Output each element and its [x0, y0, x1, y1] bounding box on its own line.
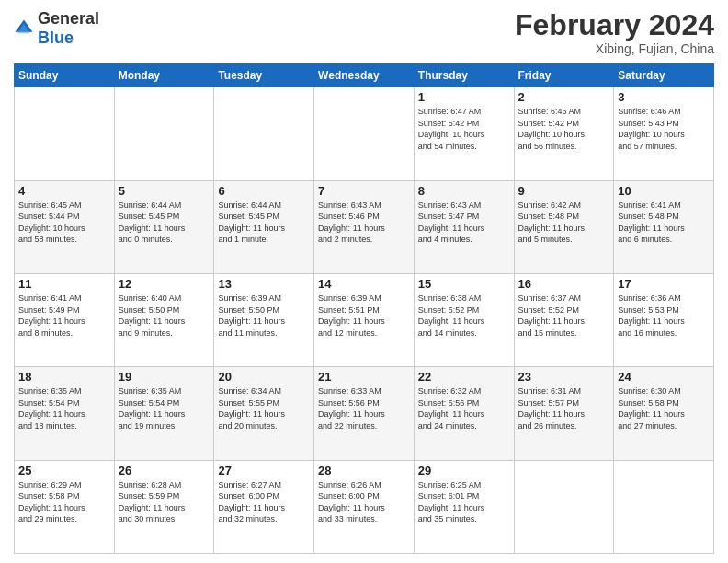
- calendar-cell: 22Sunrise: 6:32 AM Sunset: 5:56 PM Dayli…: [414, 367, 514, 460]
- calendar-header-row: Sunday Monday Tuesday Wednesday Thursday…: [15, 64, 714, 87]
- month-title: February 2024: [515, 9, 714, 41]
- day-number: 8: [418, 184, 510, 198]
- day-info: Sunrise: 6:47 AM Sunset: 5:42 PM Dayligh…: [418, 106, 510, 152]
- calendar-cell: 20Sunrise: 6:34 AM Sunset: 5:55 PM Dayli…: [214, 367, 314, 460]
- calendar-cell: 15Sunrise: 6:38 AM Sunset: 5:52 PM Dayli…: [414, 273, 514, 366]
- calendar-week-row: 4Sunrise: 6:45 AM Sunset: 5:44 PM Daylig…: [15, 180, 714, 273]
- day-info: Sunrise: 6:31 AM Sunset: 5:57 PM Dayligh…: [518, 385, 610, 431]
- page: General Blue February 2024 Xibing, Fujia…: [0, 0, 728, 563]
- day-info: Sunrise: 6:40 AM Sunset: 5:50 PM Dayligh…: [119, 293, 210, 339]
- day-info: Sunrise: 6:41 AM Sunset: 5:48 PM Dayligh…: [618, 200, 710, 246]
- day-info: Sunrise: 6:44 AM Sunset: 5:45 PM Dayligh…: [218, 200, 310, 246]
- day-number: 26: [119, 464, 210, 477]
- day-info: Sunrise: 6:43 AM Sunset: 5:47 PM Dayligh…: [418, 200, 510, 246]
- calendar-cell: 7Sunrise: 6:43 AM Sunset: 5:46 PM Daylig…: [314, 180, 415, 273]
- day-info: Sunrise: 6:35 AM Sunset: 5:54 PM Dayligh…: [119, 385, 210, 431]
- col-sunday: Sunday: [15, 64, 115, 87]
- calendar-cell: [214, 87, 314, 180]
- day-info: Sunrise: 6:46 AM Sunset: 5:42 PM Dayligh…: [518, 106, 610, 152]
- day-number: 27: [218, 464, 310, 477]
- day-number: 17: [618, 277, 710, 291]
- calendar-cell: 8Sunrise: 6:43 AM Sunset: 5:47 PM Daylig…: [414, 180, 514, 273]
- calendar-cell: 17Sunrise: 6:36 AM Sunset: 5:53 PM Dayli…: [614, 273, 714, 366]
- day-info: Sunrise: 6:34 AM Sunset: 5:55 PM Dayligh…: [218, 385, 310, 431]
- calendar-cell: 16Sunrise: 6:37 AM Sunset: 5:52 PM Dayli…: [514, 273, 614, 366]
- day-number: 28: [318, 464, 410, 477]
- calendar-cell: 24Sunrise: 6:30 AM Sunset: 5:58 PM Dayli…: [614, 367, 714, 460]
- day-number: 24: [618, 370, 710, 384]
- day-info: Sunrise: 6:32 AM Sunset: 5:56 PM Dayligh…: [418, 385, 510, 431]
- calendar-week-row: 11Sunrise: 6:41 AM Sunset: 5:49 PM Dayli…: [15, 273, 714, 366]
- location-text: Xibing, Fujian, China: [515, 41, 714, 56]
- day-number: 23: [518, 370, 610, 384]
- day-info: Sunrise: 6:44 AM Sunset: 5:45 PM Dayligh…: [119, 200, 210, 246]
- calendar-cell: [15, 87, 115, 180]
- day-number: 22: [418, 370, 510, 384]
- col-tuesday: Tuesday: [214, 64, 314, 87]
- calendar-cell: 3Sunrise: 6:46 AM Sunset: 5:43 PM Daylig…: [614, 87, 714, 180]
- day-info: Sunrise: 6:39 AM Sunset: 5:50 PM Dayligh…: [218, 293, 310, 339]
- logo: General Blue: [14, 9, 99, 48]
- calendar-week-row: 18Sunrise: 6:35 AM Sunset: 5:54 PM Dayli…: [15, 367, 714, 460]
- calendar-cell: 21Sunrise: 6:33 AM Sunset: 5:56 PM Dayli…: [314, 367, 415, 460]
- day-info: Sunrise: 6:29 AM Sunset: 5:58 PM Dayligh…: [18, 479, 110, 525]
- day-number: 7: [318, 184, 410, 198]
- day-info: Sunrise: 6:37 AM Sunset: 5:52 PM Dayligh…: [518, 293, 610, 339]
- calendar-cell: 6Sunrise: 6:44 AM Sunset: 5:45 PM Daylig…: [214, 180, 314, 273]
- calendar-week-row: 1Sunrise: 6:47 AM Sunset: 5:42 PM Daylig…: [15, 87, 714, 180]
- header: General Blue February 2024 Xibing, Fujia…: [14, 9, 714, 56]
- day-number: 3: [618, 90, 710, 104]
- calendar-cell: 14Sunrise: 6:39 AM Sunset: 5:51 PM Dayli…: [314, 273, 415, 366]
- calendar-cell: 11Sunrise: 6:41 AM Sunset: 5:49 PM Dayli…: [15, 273, 115, 366]
- day-number: 15: [418, 277, 510, 291]
- day-info: Sunrise: 6:39 AM Sunset: 5:51 PM Dayligh…: [318, 293, 410, 339]
- day-number: 2: [518, 90, 610, 104]
- day-info: Sunrise: 6:46 AM Sunset: 5:43 PM Dayligh…: [618, 106, 710, 152]
- day-info: Sunrise: 6:36 AM Sunset: 5:53 PM Dayligh…: [618, 293, 710, 339]
- day-info: Sunrise: 6:25 AM Sunset: 6:01 PM Dayligh…: [418, 479, 510, 525]
- col-wednesday: Wednesday: [314, 64, 415, 87]
- day-info: Sunrise: 6:33 AM Sunset: 5:56 PM Dayligh…: [318, 385, 410, 431]
- col-saturday: Saturday: [614, 64, 714, 87]
- day-number: 12: [119, 277, 210, 291]
- day-number: 19: [119, 370, 210, 384]
- day-info: Sunrise: 6:35 AM Sunset: 5:54 PM Dayligh…: [18, 385, 110, 431]
- day-number: 29: [418, 464, 510, 477]
- logo-general-text: General: [38, 9, 99, 28]
- day-number: 5: [119, 184, 210, 198]
- calendar-cell: [614, 460, 714, 553]
- calendar-cell: 23Sunrise: 6:31 AM Sunset: 5:57 PM Dayli…: [514, 367, 614, 460]
- day-number: 14: [318, 277, 410, 291]
- calendar-cell: [114, 87, 214, 180]
- calendar-cell: 13Sunrise: 6:39 AM Sunset: 5:50 PM Dayli…: [214, 273, 314, 366]
- logo-icon: [14, 18, 34, 39]
- calendar-cell: 18Sunrise: 6:35 AM Sunset: 5:54 PM Dayli…: [15, 367, 115, 460]
- calendar-cell: 26Sunrise: 6:28 AM Sunset: 5:59 PM Dayli…: [114, 460, 214, 553]
- calendar-cell: [314, 87, 415, 180]
- col-friday: Friday: [514, 64, 614, 87]
- calendar-cell: 19Sunrise: 6:35 AM Sunset: 5:54 PM Dayli…: [114, 367, 214, 460]
- logo-blue-text: Blue: [38, 29, 74, 47]
- day-info: Sunrise: 6:43 AM Sunset: 5:46 PM Dayligh…: [318, 200, 410, 246]
- day-number: 10: [618, 184, 710, 198]
- day-number: 16: [518, 277, 610, 291]
- col-monday: Monday: [114, 64, 214, 87]
- calendar-cell: 10Sunrise: 6:41 AM Sunset: 5:48 PM Dayli…: [614, 180, 714, 273]
- day-number: 4: [18, 184, 110, 198]
- day-number: 9: [518, 184, 610, 198]
- day-number: 13: [218, 277, 310, 291]
- calendar-cell: 5Sunrise: 6:44 AM Sunset: 5:45 PM Daylig…: [114, 180, 214, 273]
- day-info: Sunrise: 6:45 AM Sunset: 5:44 PM Dayligh…: [18, 200, 110, 246]
- title-area: February 2024 Xibing, Fujian, China: [515, 9, 714, 56]
- calendar-cell: 1Sunrise: 6:47 AM Sunset: 5:42 PM Daylig…: [414, 87, 514, 180]
- day-number: 18: [18, 370, 110, 384]
- day-number: 1: [418, 90, 510, 104]
- day-info: Sunrise: 6:30 AM Sunset: 5:58 PM Dayligh…: [618, 385, 710, 431]
- day-number: 6: [218, 184, 310, 198]
- calendar-cell: 9Sunrise: 6:42 AM Sunset: 5:48 PM Daylig…: [514, 180, 614, 273]
- calendar-cell: 27Sunrise: 6:27 AM Sunset: 6:00 PM Dayli…: [214, 460, 314, 553]
- calendar-cell: 12Sunrise: 6:40 AM Sunset: 5:50 PM Dayli…: [114, 273, 214, 366]
- calendar-cell: 25Sunrise: 6:29 AM Sunset: 5:58 PM Dayli…: [15, 460, 115, 553]
- day-info: Sunrise: 6:42 AM Sunset: 5:48 PM Dayligh…: [518, 200, 610, 246]
- calendar-table: Sunday Monday Tuesday Wednesday Thursday…: [14, 63, 714, 554]
